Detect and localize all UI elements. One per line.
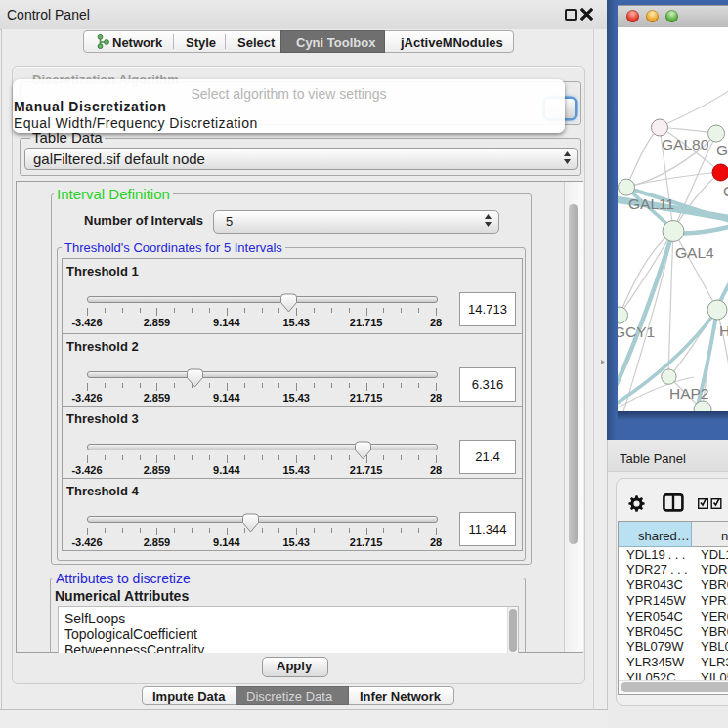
svg-text:H: H [719,322,728,339]
svg-text:GAL11: GAL11 [628,195,674,212]
svg-text:GAL80: GAL80 [662,136,709,152]
svg-text:GCY1: GCY1 [618,323,655,340]
svg-text:GAL4: GAL4 [675,244,714,261]
svg-text:GA: GA [716,142,728,158]
svg-text:HAP2: HAP2 [669,385,709,402]
svg-text:C: C [723,183,728,199]
